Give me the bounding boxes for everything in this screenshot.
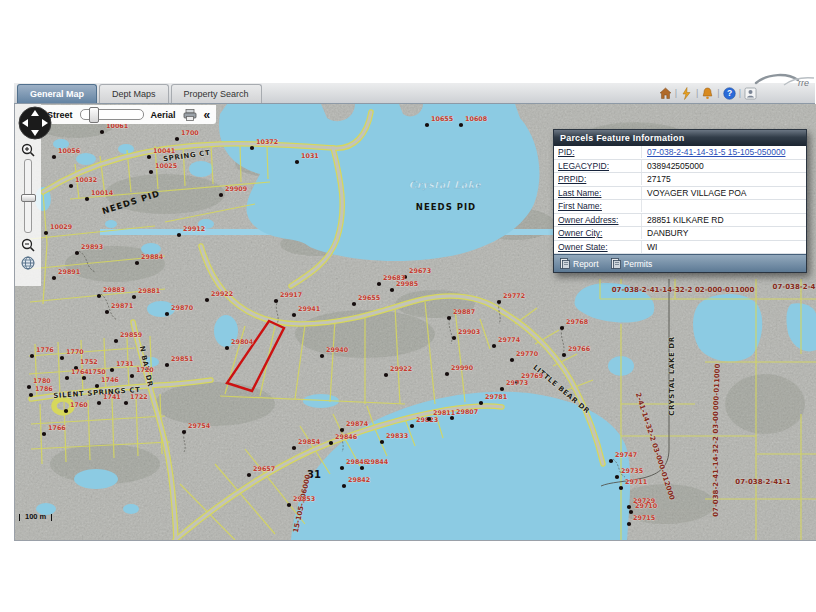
tab-general-map[interactable]: General Map bbox=[17, 84, 97, 103]
report-button[interactable]: Report bbox=[560, 258, 599, 269]
parcel-dot[interactable] bbox=[560, 326, 564, 330]
zoom-out-button[interactable] bbox=[21, 238, 35, 252]
parcel-dot[interactable] bbox=[615, 475, 619, 479]
zoom-slider-thumb[interactable] bbox=[21, 194, 36, 202]
panel-title[interactable]: Parcels Feature Information bbox=[554, 130, 806, 146]
parcel-dot[interactable] bbox=[69, 184, 73, 188]
parcel-dot[interactable] bbox=[627, 505, 631, 509]
parcel-dot[interactable] bbox=[105, 310, 109, 314]
parcel-dot[interactable] bbox=[27, 385, 31, 389]
parcel-dot[interactable] bbox=[425, 123, 429, 127]
parcel-dot[interactable] bbox=[64, 409, 68, 413]
parcel-dot[interactable] bbox=[562, 353, 566, 357]
parcel-dot[interactable] bbox=[450, 416, 454, 420]
basemap-opacity-slider[interactable] bbox=[80, 109, 144, 120]
parcel-dot[interactable] bbox=[85, 197, 89, 201]
parcel-dot[interactable] bbox=[75, 251, 79, 255]
parcel-dot[interactable] bbox=[360, 466, 364, 470]
parcel-dot[interactable] bbox=[205, 298, 209, 302]
parcel-dot[interactable] bbox=[410, 424, 414, 428]
parcel-dot[interactable] bbox=[609, 459, 613, 463]
parcel-dot[interactable] bbox=[492, 344, 496, 348]
map-label: 000-011000 bbox=[712, 363, 722, 410]
collapse-toolbar-button[interactable]: « bbox=[204, 110, 211, 120]
parcel-dot[interactable] bbox=[175, 137, 179, 141]
parcel-dot[interactable] bbox=[352, 302, 356, 306]
tab-property-search[interactable]: Property Search bbox=[171, 84, 262, 103]
help-icon[interactable]: ? bbox=[723, 86, 736, 99]
parcel-dot[interactable] bbox=[60, 356, 64, 360]
home-icon[interactable] bbox=[659, 86, 672, 99]
parcel-dot[interactable] bbox=[95, 384, 99, 388]
parcel-dot[interactable] bbox=[619, 486, 623, 490]
parcel-dot[interactable] bbox=[124, 401, 128, 405]
parcel-dot[interactable] bbox=[445, 372, 449, 376]
parcel-dot[interactable] bbox=[82, 376, 86, 380]
parcel-dot[interactable] bbox=[247, 473, 251, 477]
parcel-dot[interactable] bbox=[320, 354, 324, 358]
parcel-dot[interactable] bbox=[135, 261, 139, 265]
parcel-dot[interactable] bbox=[497, 300, 501, 304]
globe-extent-button[interactable] bbox=[21, 256, 35, 270]
parcel-dot[interactable] bbox=[97, 294, 101, 298]
alert-icon[interactable] bbox=[701, 86, 714, 99]
parcel-dot[interactable] bbox=[377, 282, 381, 286]
pid-link[interactable]: 07-038-2-41-14-31-5 15-105-050000 bbox=[642, 146, 806, 158]
print-icon[interactable] bbox=[183, 109, 197, 121]
parcel-dot[interactable] bbox=[65, 376, 69, 380]
parcel-dot[interactable] bbox=[219, 193, 223, 197]
tab-dept-maps[interactable]: Dept Maps bbox=[99, 84, 169, 103]
parcel-dot[interactable] bbox=[342, 484, 346, 488]
parcel-dot[interactable] bbox=[225, 346, 229, 350]
field-label: Owner City: bbox=[554, 227, 642, 239]
parcel-dot[interactable] bbox=[44, 231, 48, 235]
parcel-dot[interactable] bbox=[459, 123, 463, 127]
parcel-dot[interactable] bbox=[182, 430, 186, 434]
parcel-number: 29922 bbox=[211, 290, 233, 298]
parcel-dot[interactable] bbox=[380, 440, 384, 444]
parcel-dot[interactable] bbox=[165, 312, 169, 316]
parcel-dot[interactable] bbox=[292, 446, 296, 450]
parcel-dot[interactable] bbox=[165, 363, 169, 367]
parcel-dot[interactable] bbox=[110, 368, 114, 372]
parcel-dot[interactable] bbox=[149, 170, 153, 174]
parcel-dot[interactable] bbox=[52, 276, 56, 280]
parcel-number: 1780 bbox=[33, 377, 51, 385]
parcel-dot[interactable] bbox=[292, 313, 296, 317]
zoom-slider[interactable] bbox=[24, 159, 32, 233]
parcel-dot[interactable] bbox=[100, 130, 104, 134]
parcel-dot[interactable] bbox=[627, 522, 631, 526]
parcel-dot[interactable] bbox=[274, 299, 278, 303]
map-viewport[interactable]: Crystal LakeNEEDS PIDNEEDS PID31SPRING C… bbox=[14, 104, 816, 541]
parcel-dot[interactable] bbox=[384, 373, 388, 377]
lightning-icon[interactable] bbox=[680, 86, 693, 99]
parcel-dot[interactable] bbox=[250, 146, 254, 150]
parcel-dot[interactable] bbox=[132, 295, 136, 299]
parcel-dot[interactable] bbox=[114, 339, 118, 343]
parcel-dot[interactable] bbox=[147, 155, 151, 159]
parcel-dot[interactable] bbox=[42, 432, 46, 436]
permits-button[interactable]: Permits bbox=[611, 258, 653, 269]
parcel-dot[interactable] bbox=[510, 358, 514, 362]
parcel-dot[interactable] bbox=[447, 316, 451, 320]
parcel-dot[interactable] bbox=[295, 160, 299, 164]
parcel-dot[interactable] bbox=[390, 288, 394, 292]
parcel-dot[interactable] bbox=[340, 428, 344, 432]
pan-control[interactable] bbox=[18, 106, 52, 140]
basemap-slider-thumb[interactable] bbox=[89, 107, 99, 123]
parcel-number: 1770 bbox=[66, 348, 84, 356]
parcel-dot[interactable] bbox=[452, 336, 456, 340]
parcel-dot[interactable] bbox=[500, 387, 504, 391]
zoom-in-button[interactable] bbox=[21, 143, 35, 157]
parcel-dot[interactable] bbox=[479, 401, 483, 405]
parcel-dot[interactable] bbox=[287, 503, 291, 507]
parcel-dot[interactable] bbox=[97, 401, 101, 405]
parcel-dot[interactable] bbox=[130, 374, 134, 378]
parcel-dot[interactable] bbox=[340, 466, 344, 470]
parcel-dot[interactable] bbox=[52, 155, 56, 159]
parcel-dot[interactable] bbox=[30, 354, 34, 358]
parcel-dot[interactable] bbox=[29, 393, 33, 397]
parcel-dot[interactable] bbox=[177, 233, 181, 237]
parcel-dot[interactable] bbox=[329, 441, 333, 445]
parcel-dot[interactable] bbox=[427, 417, 431, 421]
